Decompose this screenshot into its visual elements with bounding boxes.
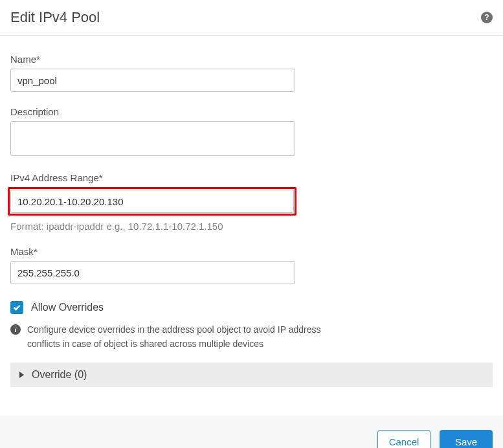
name-input[interactable] — [10, 69, 295, 92]
range-group: IPv4 Address Range* Format: ipaddr-ipadd… — [10, 172, 493, 232]
name-label: Name* — [10, 54, 493, 65]
override-info-row: i Configure device overrides in the addr… — [10, 323, 347, 351]
description-input[interactable] — [10, 121, 295, 156]
name-group: Name* — [10, 54, 493, 92]
allow-overrides-checkbox[interactable] — [10, 301, 23, 314]
allow-overrides-label: Allow Overrides — [31, 302, 104, 313]
dialog-footer: Cancel Save — [0, 416, 503, 448]
dialog-content: Name* Description IPv4 Address Range* Fo… — [0, 36, 503, 400]
checkmark-icon — [12, 303, 21, 312]
range-input[interactable] — [10, 190, 294, 213]
range-highlight — [8, 187, 296, 216]
description-group: Description — [10, 106, 493, 158]
save-button[interactable]: Save — [440, 430, 493, 448]
dialog-header: Edit IPv4 Pool ? — [0, 0, 503, 36]
chevron-right-icon — [19, 372, 24, 378]
mask-group: Mask* — [10, 246, 493, 284]
dialog-title: Edit IPv4 Pool — [10, 9, 100, 26]
override-section-label: Override (0) — [32, 369, 87, 381]
mask-label: Mask* — [10, 246, 493, 257]
override-section[interactable]: Override (0) — [10, 363, 493, 387]
range-label: IPv4 Address Range* — [10, 172, 493, 183]
help-icon[interactable]: ? — [481, 12, 493, 23]
description-label: Description — [10, 106, 493, 117]
cancel-button[interactable]: Cancel — [377, 430, 430, 448]
mask-input[interactable] — [10, 261, 295, 284]
override-info-text: Configure device overrides in the addres… — [27, 323, 347, 351]
info-icon: i — [10, 324, 21, 335]
range-hint: Format: ipaddr-ipaddr e.g., 10.72.1.1-10… — [10, 221, 493, 232]
allow-overrides-row: Allow Overrides — [10, 301, 493, 314]
